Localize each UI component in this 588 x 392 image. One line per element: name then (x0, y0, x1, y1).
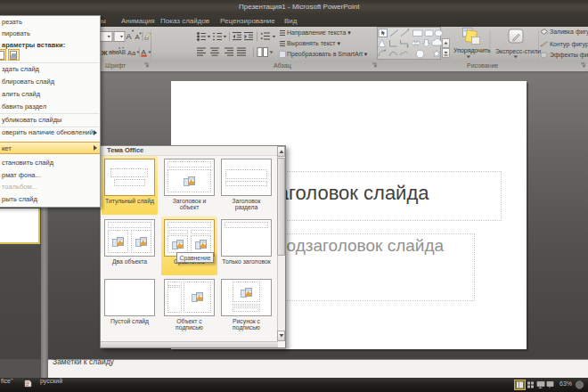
svg-text:АВ: АВ (118, 49, 127, 55)
svg-text:А: А (142, 48, 147, 56)
svg-text:А: А (127, 32, 132, 41)
svg-text:Аа: Аа (127, 49, 136, 57)
svg-text:Ж: Ж (101, 49, 109, 57)
svg-text:А: А (135, 33, 140, 41)
